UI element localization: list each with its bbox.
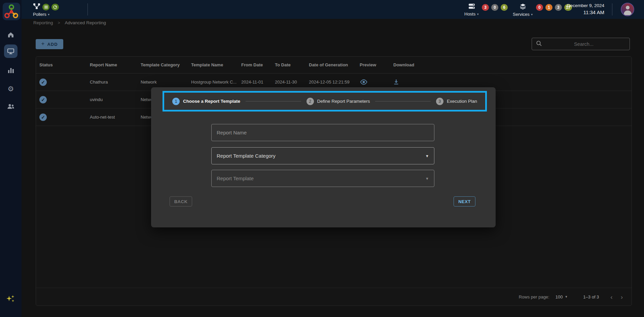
rows-per-page-select[interactable]: 100 ▼ xyxy=(556,294,568,299)
step-number: 3 xyxy=(436,98,443,105)
report-name-field[interactable] xyxy=(211,124,434,141)
search-icon xyxy=(536,40,542,48)
table-header: Status Report Name Template Category Tem… xyxy=(36,57,632,73)
hosts-label: Hosts xyxy=(464,11,475,17)
hosts-group[interactable]: Hosts ▼ 3 0 6 xyxy=(464,3,508,17)
list-icon xyxy=(44,6,48,8)
person-icon xyxy=(626,6,630,9)
assistant-sparkles-button[interactable] xyxy=(5,294,17,306)
hosts-unreachable-badge[interactable]: 0 xyxy=(491,4,498,11)
from-date-cell: 2024-11-01 xyxy=(238,80,272,85)
step-define-parameters[interactable]: 2 Define Report Parameters xyxy=(307,98,370,105)
status-success-icon: ✓ xyxy=(39,96,47,103)
step-label: Execution Plan xyxy=(447,99,477,104)
step-label: Define Report Parameters xyxy=(317,99,370,104)
poller-list-badge[interactable] xyxy=(42,4,49,10)
sidebar-item-home[interactable] xyxy=(4,28,17,41)
user-avatar[interactable] xyxy=(621,3,634,16)
gauge-icon xyxy=(53,5,57,9)
bar-chart-icon xyxy=(8,67,14,73)
chevron-down-icon: ▼ xyxy=(565,295,568,298)
step-choose-template[interactable]: 1 Choose a Report Template xyxy=(172,98,240,105)
col-status: Status xyxy=(36,62,86,67)
previous-page-button[interactable]: ‹ xyxy=(610,294,612,300)
sparkles-icon xyxy=(6,295,16,305)
step-number: 2 xyxy=(307,98,314,105)
status-success-icon: ✓ xyxy=(39,78,47,86)
sidebar-item-administration[interactable] xyxy=(4,100,17,113)
col-date-of-generation: Date of Generation xyxy=(306,62,356,67)
rows-per-page-label: Rows per page: xyxy=(519,294,549,299)
app-logo[interactable] xyxy=(3,3,20,20)
clock: December 9, 2024 11:34 AM xyxy=(567,3,604,15)
col-template-name: Template Name xyxy=(188,62,238,67)
report-name-cell: Chathura xyxy=(86,80,137,85)
hosts-down-badge[interactable]: 3 xyxy=(482,4,489,11)
col-preview: Preview xyxy=(356,62,390,67)
monitor-icon xyxy=(7,48,14,55)
topbar-divider xyxy=(87,3,88,15)
services-unknown-badge[interactable]: 3 xyxy=(555,4,562,11)
breadcrumb-reporting[interactable]: Reporting xyxy=(33,20,53,25)
report-name-cell: Auto-net-test xyxy=(86,115,137,120)
step-label: Choose a Report Template xyxy=(183,99,240,104)
chevron-down-icon: ▼ xyxy=(425,154,429,158)
home-icon xyxy=(7,32,14,38)
status-success-icon: ✓ xyxy=(39,114,47,121)
report-name-input[interactable] xyxy=(217,130,429,135)
next-page-button[interactable]: › xyxy=(621,294,623,300)
breadcrumb: Reporting > Advanced Reporting xyxy=(33,20,106,25)
preview-button[interactable] xyxy=(360,79,368,85)
current-date: December 9, 2024 xyxy=(567,3,604,8)
centreon-logo-icon xyxy=(4,4,19,19)
back-button[interactable]: BACK xyxy=(170,196,192,207)
template-category-cell: Network xyxy=(137,80,188,85)
users-icon xyxy=(7,104,14,109)
sidebar-item-configuration[interactable]: ⚙ xyxy=(4,82,17,95)
chevron-down-icon: ▼ xyxy=(531,13,533,16)
step-execution-plan[interactable]: 3 Execution Plan xyxy=(436,98,477,105)
services-label: Services xyxy=(513,12,530,17)
step-connector xyxy=(246,101,301,101)
gear-icon: ⚙ xyxy=(8,85,14,92)
chevron-down-icon: ▼ xyxy=(476,13,479,16)
current-time: 11:34 AM xyxy=(567,9,604,15)
services-warning-badge[interactable]: 1 xyxy=(545,4,552,11)
col-template-category: Template Category xyxy=(137,62,188,67)
to-date-cell: 2024-11-30 xyxy=(272,80,306,85)
search-input[interactable] xyxy=(542,41,625,47)
table-pagination: Rows per page: 100 ▼ 1–3 of 3 ‹ › xyxy=(36,288,632,306)
report-template-select[interactable]: Report Template ▼ xyxy=(211,170,434,187)
top-bar: Pollers ▼ Hosts ▼ 3 0 6 xyxy=(22,0,644,19)
download-button[interactable] xyxy=(393,79,399,85)
generation-date-cell: 2024-12-05 12:21:59 xyxy=(306,80,356,85)
chevron-down-icon: ▼ xyxy=(425,177,429,181)
hosts-server-icon xyxy=(468,3,475,10)
services-layers-icon xyxy=(520,3,526,11)
template-name-cell: Hostgroup Network C... xyxy=(188,80,238,85)
step-number: 1 xyxy=(172,98,180,105)
services-critical-badge[interactable]: 0 xyxy=(536,4,543,11)
services-group[interactable]: Services ▼ 0 1 3 17 xyxy=(513,3,572,17)
sidebar-item-monitoring[interactable] xyxy=(4,44,17,58)
step-connector xyxy=(375,101,431,101)
col-download: Download xyxy=(390,62,632,67)
poller-latency-badge[interactable] xyxy=(51,4,59,10)
wizard-stepper: 1 Choose a Report Template 2 Define Repo… xyxy=(163,91,487,112)
report-template-category-select[interactable]: Report Template Category ▼ xyxy=(211,147,434,164)
col-from-date: From Date xyxy=(238,62,272,67)
report-name-cell: uvindu xyxy=(86,97,137,102)
sidebar-item-reporting[interactable] xyxy=(4,63,17,77)
next-button[interactable]: NEXT xyxy=(454,196,475,207)
topbar-divider xyxy=(612,3,612,15)
hosts-up-badge[interactable]: 6 xyxy=(501,4,508,11)
create-report-dialog: 1 Choose a Report Template 2 Define Repo… xyxy=(151,87,496,227)
pollers-group[interactable]: Pollers ▼ xyxy=(33,3,59,17)
col-report-name: Report Name xyxy=(86,62,137,67)
plus-icon: + xyxy=(41,40,45,47)
sidebar: ⚙ xyxy=(0,0,22,317)
search-box[interactable] xyxy=(532,38,630,50)
add-button[interactable]: + ADD xyxy=(36,39,63,49)
breadcrumb-advanced-reporting: Advanced Reporting xyxy=(65,20,106,25)
breadcrumb-separator: > xyxy=(58,21,60,25)
